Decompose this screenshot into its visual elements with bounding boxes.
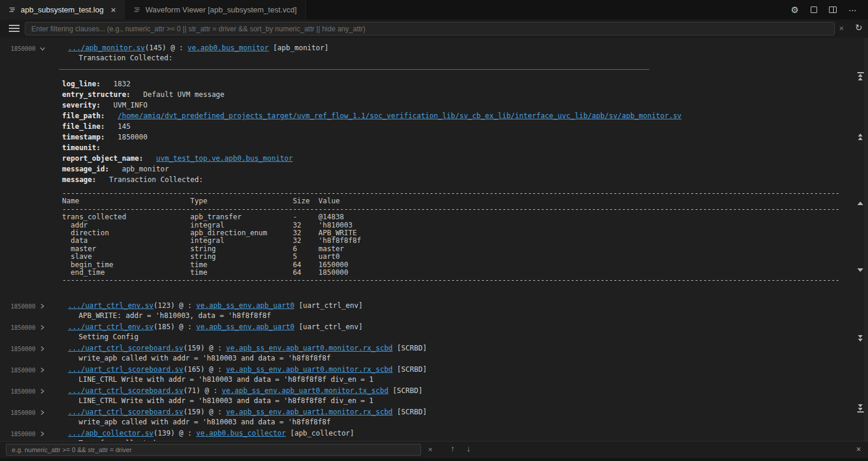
detail-field-label: file_line: <box>62 122 105 131</box>
log-entry-header: 1850000.../uart_ctrl_env.sv(185) @ : ve.… <box>0 322 863 332</box>
tab-log-file[interactable]: apb_subsystem_test.log × <box>0 0 125 20</box>
log-entry: 1850000.../uart_ctrl_env.sv(123) @ : ve.… <box>0 301 863 321</box>
waveform-file-icon <box>133 6 141 14</box>
report-object-link[interactable]: ve.apb0.bus_monitor <box>187 44 268 52</box>
more-actions-icon[interactable]: ⋯ <box>848 5 857 15</box>
filter-input[interactable] <box>25 22 835 35</box>
log-entry: 1850000.../uart_ctrl_scoreboard.sv(165) … <box>0 365 863 385</box>
menu-icon[interactable] <box>9 25 20 34</box>
log-entry-gutter: 1850000 <box>11 387 45 397</box>
source-file-link[interactable]: .../uart_ctrl_scoreboard.sv <box>68 408 183 416</box>
refresh-icon[interactable]: ↻ <box>855 23 863 32</box>
detail-field-label: message: <box>62 176 96 184</box>
source-file-link[interactable]: .../uart_ctrl_scoreboard.sv <box>68 365 183 374</box>
find-next-icon[interactable]: ↓ <box>467 444 471 453</box>
component-tag: [SCRBD] <box>393 408 427 416</box>
timestamp: 1850000 <box>11 387 35 397</box>
log-entry-gutter: 1850000 <box>11 301 45 311</box>
source-file-link[interactable]: .../apb_monitor.sv <box>68 44 145 52</box>
tab-bar: apb_subsystem_test.log × Waveform Viewer… <box>0 0 868 20</box>
chevron-right-icon[interactable] <box>40 324 45 330</box>
source-file-link[interactable]: .../apb_collector.sv <box>68 429 154 437</box>
detail-field-value: Default UVM message <box>143 90 224 99</box>
chevron-right-icon[interactable] <box>40 388 45 394</box>
gear-icon[interactable]: ⚙ <box>791 5 799 15</box>
line-number-and-at: (123) @ : <box>154 301 196 310</box>
table-row: data integral 32 'h8f8f8f8f <box>62 237 863 245</box>
maximize-panel-icon[interactable] <box>811 7 817 13</box>
report-object-link[interactable]: ve.apb_ss_env.apb_uart0.monitor.tx_scbd <box>222 387 388 395</box>
detail-field: message: Transaction Collected: <box>62 174 863 185</box>
report-object-link[interactable]: ve.apb_ss_env.apb_uart0 <box>196 301 294 310</box>
detail-field: log_line: 1832 <box>62 79 863 89</box>
log-entry-gutter: 1850000 <box>11 365 45 375</box>
report-object-link[interactable]: ve.apb_ss_env.apb_uart0 <box>196 323 294 331</box>
chevron-right-icon[interactable] <box>40 367 45 373</box>
chevron-right-icon[interactable] <box>40 410 45 415</box>
log-entry-header: 1850000.../apb_monitor.sv(145) @ : ve.ap… <box>0 43 863 53</box>
line-number-and-at: (159) @ : <box>183 344 226 352</box>
chevron-right-icon[interactable] <box>40 431 45 437</box>
chevron-right-icon[interactable] <box>40 346 45 352</box>
timestamp: 1850000 <box>11 44 35 54</box>
detail-field-label: entry_structure: <box>62 90 131 99</box>
detail-field-value-link[interactable]: /home/amiq/dvt_predefined_projects_targe… <box>118 112 682 120</box>
log-entry-message: Transaction Collected: <box>0 53 863 63</box>
tab-waveform-viewer[interactable]: Waveform Viewer [apb_subsystem_test.vcd] <box>125 0 306 20</box>
log-entry-message: APB_WRITE: addr = 'h810003, data = 'h8f8… <box>0 311 863 321</box>
source-file-link[interactable]: .../uart_ctrl_env.sv <box>68 323 154 331</box>
find-previous-icon[interactable]: ↑ <box>451 444 455 453</box>
log-entry-header: 1850000.../uart_ctrl_env.sv(123) @ : ve.… <box>0 301 863 311</box>
find-input[interactable] <box>6 444 421 456</box>
log-entry-list: 1850000.../apb_monitor.sv(145) @ : ve.ap… <box>0 38 863 441</box>
line-number-and-at: (159) @ : <box>183 408 226 416</box>
table-row: direction apb_direction_enum 32 APB_WRIT… <box>62 229 863 237</box>
close-tab-icon[interactable]: × <box>111 5 116 14</box>
table-divider: ----------------------------------------… <box>62 206 863 213</box>
detail-field: entry_structure: Default UVM message <box>62 89 863 100</box>
table-divider: ----------------------------------------… <box>62 277 863 284</box>
source-file-link[interactable]: .../uart_ctrl_scoreboard.sv <box>68 344 183 352</box>
entry-detail-panel: log_line: 1832entry_structure: Default U… <box>0 69 863 285</box>
detail-field-value: 1850000 <box>118 133 148 141</box>
table-row: slave string 5 uart0 <box>62 253 863 261</box>
component-tag: [uart_ctrl_env] <box>294 301 363 310</box>
timestamp: 1850000 <box>11 429 35 439</box>
table-header-row: Name Type Size Value <box>62 197 863 205</box>
table-row: master string 6 master <box>62 245 863 253</box>
vertical-scrollbar[interactable] <box>864 38 868 441</box>
detail-field-value: 145 <box>118 122 131 131</box>
component-tag: [apb_collector] <box>286 429 354 437</box>
component-tag: [apb_monitor] <box>269 44 329 52</box>
log-entry-message: write_apb called with addr = 'h810003 an… <box>0 417 863 427</box>
log-entry-header: 1850000.../apb_collector.sv(139) @ : ve.… <box>0 428 863 439</box>
transaction-table: ----------------------------------------… <box>62 190 863 285</box>
detail-field-label: log_line: <box>62 80 101 88</box>
detail-field-value: 1832 <box>114 80 131 88</box>
detail-field-value-link[interactable]: uvm_test_top.ve.apb0.bus_monitor <box>156 154 293 163</box>
report-object-link[interactable]: ve.apb_ss_env.apb_uart0.monitor.rx_scbd <box>226 365 393 374</box>
report-object-link[interactable]: ve.apb0.bus_collector <box>196 429 286 437</box>
detail-field-label: timestamp: <box>62 133 105 141</box>
split-editor-icon[interactable] <box>829 7 837 13</box>
source-file-link[interactable]: .../uart_ctrl_env.sv <box>68 301 154 310</box>
report-object-link[interactable]: ve.apb_ss_env.apb_uart0.monitor.rx_scbd <box>226 344 393 352</box>
component-tag: [SCRBD] <box>393 365 427 374</box>
timestamp: 1850000 <box>11 408 35 418</box>
source-file-link[interactable]: .../uart_ctrl_scoreboard.sv <box>68 387 183 395</box>
log-entry: 1850000.../uart_ctrl_scoreboard.sv(159) … <box>0 343 863 363</box>
report-object-link[interactable]: ve.apb_ss_env.apb_uart1.monitor.rx_scbd <box>226 408 393 416</box>
chevron-down-icon[interactable] <box>40 46 46 51</box>
clear-filter-icon[interactable]: × <box>839 24 844 33</box>
tab-label: apb_subsystem_test.log <box>21 5 103 14</box>
clear-find-icon[interactable]: × <box>428 446 433 453</box>
detail-field: file_line: 145 <box>62 121 863 132</box>
table-row: end_time time 64 1850000 <box>62 269 863 277</box>
log-entry-header: 1850000.../uart_ctrl_scoreboard.sv(165) … <box>0 365 863 375</box>
chevron-right-icon[interactable] <box>40 303 45 309</box>
line-number-and-at: (185) @ : <box>154 323 196 331</box>
detail-separator <box>59 69 649 70</box>
log-entry: 1850000.../uart_ctrl_scoreboard.sv(159) … <box>0 407 863 427</box>
component-tag: [SCRBD] <box>388 387 423 395</box>
close-find-bar-icon[interactable]: × <box>856 445 861 453</box>
